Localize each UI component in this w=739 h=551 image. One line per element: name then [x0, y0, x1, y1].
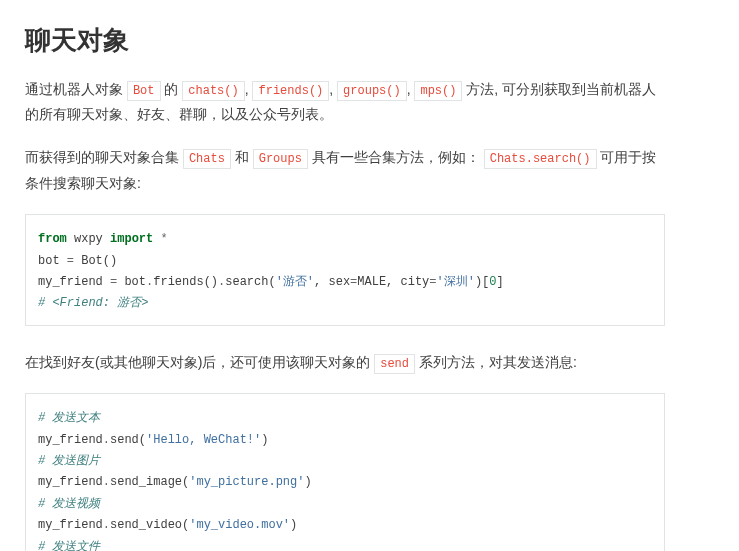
intro-paragraph-2: 而获得到的聊天对象合集 Chats 和 Groups 具有一些合集方法，例如： … — [25, 145, 665, 196]
code-mps: mps() — [414, 81, 462, 101]
code-groups: groups() — [337, 81, 407, 101]
intro-paragraph-1: 通过机器人对象 Bot 的 chats(), friends(), groups… — [25, 77, 665, 128]
code-block-2: # 发送文本 my_friend.send('Hello, WeChat!') … — [25, 393, 665, 551]
text: 系列方法，对其发送消息: — [415, 354, 577, 370]
text: 和 — [231, 149, 253, 165]
intro-paragraph-3: 在找到好友(或其他聊天对象)后，还可使用该聊天对象的 send 系列方法，对其发… — [25, 350, 665, 376]
text: , — [329, 81, 337, 97]
code-groups-class: Groups — [253, 149, 308, 169]
code-block-1: from wxpy import * bot = Bot() my_friend… — [25, 214, 665, 326]
code-content-2: # 发送文本 my_friend.send('Hello, WeChat!') … — [38, 411, 312, 551]
text: 具有一些合集方法，例如： — [308, 149, 484, 165]
code-chats-class: Chats — [183, 149, 231, 169]
text: 通过机器人对象 — [25, 81, 127, 97]
text: 的 — [161, 81, 183, 97]
text: 而获得到的聊天对象合集 — [25, 149, 183, 165]
code-search: Chats.search() — [484, 149, 597, 169]
text: 在找到好友(或其他聊天对象)后，还可使用该聊天对象的 — [25, 354, 374, 370]
code-send: send — [374, 354, 415, 374]
code-bot: Bot — [127, 81, 161, 101]
code-friends: friends() — [252, 81, 329, 101]
code-content-1: from wxpy import * bot = Bot() my_friend… — [38, 232, 504, 310]
code-chats: chats() — [182, 81, 244, 101]
page-heading: 聊天对象 — [25, 20, 665, 62]
